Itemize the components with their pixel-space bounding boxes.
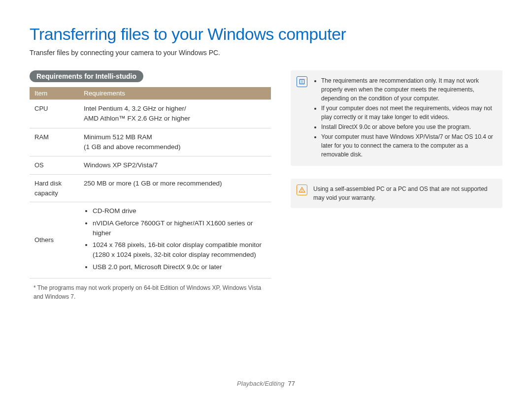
cell-item: Others — [30, 202, 79, 278]
table-row: CPU Intel Pentium 4, 3.2 GHz or higher/ … — [30, 100, 271, 128]
intro-text: Transfer files by connecting your camera… — [30, 49, 502, 57]
footer-section: Playback/Editing — [237, 380, 284, 387]
warning-icon — [297, 185, 307, 195]
note-icon — [297, 76, 307, 87]
warning-text: Using a self-assembled PC or a PC and OS… — [313, 185, 496, 202]
footer-page-number: 77 — [288, 380, 295, 387]
table-row: Others CD-ROM drive nVIDIA Geforce 7600G… — [30, 202, 271, 278]
list-item: CD-ROM drive — [93, 206, 266, 216]
svg-point-1 — [302, 191, 302, 192]
footnote: * The programs may not work properly on … — [30, 283, 271, 301]
warning-box: Using a self-assembled PC or a PC and OS… — [291, 179, 502, 208]
note-box: The requirements are recommendation only… — [291, 70, 502, 166]
table-row: OS Windows XP SP2/Vista/7 — [30, 156, 271, 175]
note-item: If your computer does not meet the requi… — [321, 104, 496, 122]
cell-req: Windows XP SP2/Vista/7 — [79, 156, 271, 175]
list-item: USB 2.0 port, Microsoft DirectX 9.0c or … — [93, 262, 266, 272]
list-item: nVIDIA Geforce 7600GT or higher/ATI X160… — [93, 218, 266, 239]
requirements-table: Item Requirements CPU Intel Pentium 4, 3… — [30, 87, 271, 278]
note-item: Your computer must have Windows XP/Vista… — [321, 132, 496, 159]
th-item: Item — [30, 87, 79, 100]
cell-item: OS — [30, 156, 79, 175]
note-item: Install DirectX 9.0c or above before you… — [321, 123, 496, 131]
cell-req: CD-ROM drive nVIDIA Geforce 7600GT or hi… — [79, 202, 271, 278]
cell-req: Minimum 512 MB RAM (1 GB and above recom… — [79, 128, 271, 156]
cell-item: RAM — [30, 128, 79, 156]
table-row: Hard disk capacity 250 MB or more (1 GB … — [30, 175, 271, 202]
cell-item: Hard disk capacity — [30, 175, 79, 202]
page-footer: Playback/Editing 77 — [0, 380, 532, 387]
cell-req: Intel Pentium 4, 3.2 GHz or higher/ AMD … — [79, 100, 271, 128]
note-item: The requirements are recommendation only… — [321, 76, 496, 103]
list-item: 1024 x 768 pixels, 16-bit color display … — [93, 240, 266, 260]
page-title: Transferring files to your Windows compu… — [30, 25, 502, 44]
table-row: RAM Minimum 512 MB RAM (1 GB and above r… — [30, 128, 271, 156]
th-requirements: Requirements — [79, 87, 271, 100]
cell-item: CPU — [30, 100, 79, 128]
cell-req: 250 MB or more (1 GB or more recommended… — [79, 175, 271, 202]
section-heading-pill: Requirements for Intelli-studio — [30, 70, 143, 82]
